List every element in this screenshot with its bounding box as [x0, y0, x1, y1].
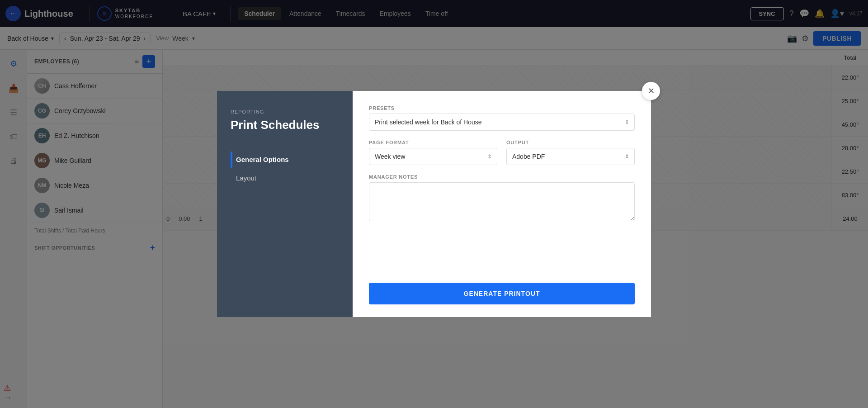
print-schedules-modal: REPORTING Print Schedules General Option…	[217, 91, 651, 317]
manager-notes-field: MANAGER NOTES	[369, 174, 635, 223]
close-icon: ✕	[648, 86, 655, 96]
modal-title: Print Schedules	[231, 118, 339, 132]
generate-printout-button[interactable]: GENERATE PRINTOUT	[369, 283, 635, 304]
presets-field: PRESETS Print selected week for Back of …	[369, 105, 635, 131]
format-output-row: PAGE FORMAT Week view ⇕ OUTPUT Adobe PDF	[369, 140, 635, 165]
manager-notes-textarea[interactable]	[369, 182, 635, 221]
presets-label: PRESETS	[369, 105, 635, 111]
modal-nav-item-layout[interactable]: Layout	[231, 169, 339, 187]
active-nav-indicator	[231, 152, 232, 168]
manager-notes-label: MANAGER NOTES	[369, 174, 635, 180]
output-select-wrap: Adobe PDF ⇕	[506, 148, 635, 165]
close-modal-button[interactable]: ✕	[642, 82, 660, 100]
page-format-select-wrap: Week view ⇕	[369, 148, 497, 165]
page-format-select[interactable]: Week view	[369, 148, 497, 165]
modal-overlay: REPORTING Print Schedules General Option…	[0, 0, 868, 408]
output-select[interactable]: Adobe PDF	[506, 148, 635, 165]
presets-select[interactable]: Print selected week for Back of House	[369, 114, 635, 131]
page-format-field: PAGE FORMAT Week view ⇕	[369, 140, 497, 165]
modal-nav-general[interactable]: General Options	[231, 150, 339, 169]
output-label: OUTPUT	[506, 140, 635, 145]
modal-right-panel: ✕ PRESETS Print selected week for Back o…	[353, 91, 651, 317]
page-format-label: PAGE FORMAT	[369, 140, 497, 145]
presets-select-wrap: Print selected week for Back of House ⇕	[369, 114, 635, 131]
modal-reporting-label: REPORTING	[231, 109, 339, 114]
modal-nav-item-general[interactable]: General Options	[236, 150, 289, 169]
output-field: OUTPUT Adobe PDF ⇕	[506, 140, 635, 165]
modal-left-panel: REPORTING Print Schedules General Option…	[217, 91, 353, 317]
